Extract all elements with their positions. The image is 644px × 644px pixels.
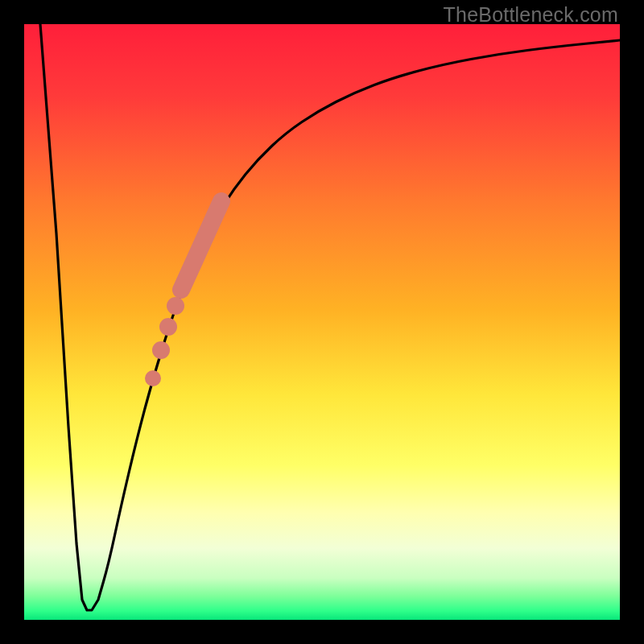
marker-group bbox=[145, 201, 221, 386]
bottleneck-curve bbox=[40, 24, 620, 610]
highlight-dot-0 bbox=[145, 370, 161, 386]
chart-frame: TheBottleneck.com bbox=[0, 0, 644, 644]
highlight-dot-1 bbox=[152, 341, 170, 359]
curve-layer bbox=[24, 24, 620, 620]
highlight-dot-2 bbox=[159, 318, 177, 336]
highlight-dot-3 bbox=[167, 297, 184, 315]
highlight-thick-segment bbox=[181, 201, 221, 290]
plot-area bbox=[24, 24, 620, 620]
watermark-text: TheBottleneck.com bbox=[444, 3, 618, 27]
